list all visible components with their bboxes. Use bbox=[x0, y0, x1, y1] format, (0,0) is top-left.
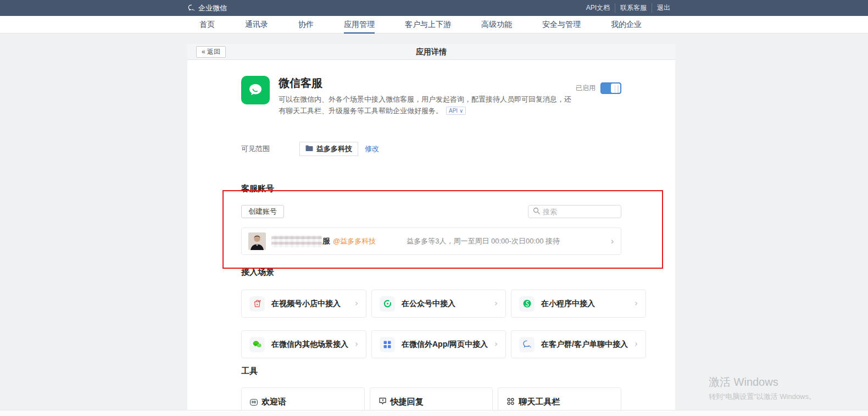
nav-item-app-management[interactable]: 应用管理 bbox=[344, 16, 375, 34]
scene-label: 在客户群/客户单聊中接入 bbox=[541, 340, 628, 350]
nav-item-security[interactable]: 安全与管理 bbox=[542, 16, 581, 34]
account-info: 益多多等3人，周一至周日 00:00-次日00:00 接待 bbox=[407, 236, 560, 246]
contact-support-link[interactable]: 联系客服 bbox=[615, 3, 652, 13]
app-detail-panel: « 返回 应用详情 微信客服 可以在微信内、外各个场景中接入微信客服，用户发起咨… bbox=[187, 44, 675, 416]
enabled-toggle[interactable] bbox=[600, 82, 621, 94]
wecom-logo-icon bbox=[187, 4, 196, 12]
nav-item-customers[interactable]: 客户与上下游 bbox=[405, 16, 451, 34]
scene-card-video-shop[interactable]: 在视频号小店中接入 › bbox=[241, 290, 366, 318]
nav-item-home[interactable]: 首页 bbox=[199, 16, 215, 34]
edit-range-link[interactable]: 修改 bbox=[365, 144, 379, 154]
video-shop-icon bbox=[249, 296, 265, 312]
scene-card-wechat-other[interactable]: 在微信内其他场景接入 › bbox=[241, 330, 366, 358]
scene-card-external-app[interactable]: 在微信外App/网页中接入 › bbox=[371, 330, 506, 358]
brand: 企业微信 bbox=[187, 3, 227, 13]
tool-title: 快捷回复 bbox=[391, 397, 424, 407]
chevron-right-icon: › bbox=[610, 237, 614, 246]
api-tag[interactable]: API ∨ bbox=[446, 107, 466, 115]
search-icon bbox=[533, 207, 540, 217]
visible-range-label: 可见范围 bbox=[241, 144, 299, 154]
scene-label: 在微信外App/网页中接入 bbox=[402, 340, 488, 350]
app-description-text: 可以在微信内、外各个场景中接入微信客服，用户发起咨询，配置接待人员即可回复消息，… bbox=[279, 95, 571, 115]
wechat-icon bbox=[249, 337, 265, 352]
api-tag-label: API bbox=[449, 108, 458, 114]
status-label: 已启用 bbox=[576, 84, 596, 93]
visible-range-text: 益多多科技 bbox=[316, 144, 352, 154]
scene-label: 在小程序中接入 bbox=[541, 299, 595, 309]
tool-title: 聊天工具栏 bbox=[519, 397, 560, 407]
logout-link[interactable]: 退出 bbox=[652, 3, 675, 13]
app-name: 微信客服 bbox=[279, 76, 578, 91]
toolbar-icon bbox=[507, 397, 515, 407]
nav-item-contacts[interactable]: 通讯录 bbox=[245, 16, 268, 34]
topbar: 企业微信 API文档 联系客服 退出 bbox=[0, 0, 868, 16]
miniprogram-icon bbox=[519, 296, 535, 312]
chevron-right-icon: › bbox=[635, 340, 638, 348]
tools-section-title: 工具 bbox=[241, 366, 621, 376]
nav-item-my-company[interactable]: 我的企业 bbox=[611, 16, 642, 34]
scene-card-customer-chat[interactable]: 在客户群/客户单聊中接入 › bbox=[511, 330, 646, 358]
scene-label: 在微信内其他场景接入 bbox=[271, 340, 348, 350]
panel-body: 微信客服 可以在微信内、外各个场景中接入微信客服，用户发起咨询，配置接待人员即可… bbox=[187, 60, 675, 416]
avatar bbox=[248, 232, 266, 250]
wecom-chat-icon bbox=[519, 337, 535, 352]
watermark-line1: 激活 Windows bbox=[709, 375, 816, 390]
welcome-icon: Hi bbox=[250, 399, 258, 406]
account-controls: 创建账号 bbox=[241, 205, 621, 218]
search-box bbox=[528, 205, 621, 218]
app-grid-icon bbox=[380, 337, 395, 352]
search-input[interactable] bbox=[543, 208, 616, 216]
chevron-right-icon: › bbox=[635, 299, 638, 308]
scene-section-title: 接入场景 bbox=[241, 267, 621, 278]
api-docs-link[interactable]: API文档 bbox=[581, 3, 615, 13]
page-title: 应用详情 bbox=[187, 44, 675, 60]
tool-title: 欢迎语 bbox=[261, 397, 286, 407]
official-account-icon bbox=[380, 296, 395, 312]
watermark-line2: 转到“电脑设置”以激活 Windows。 bbox=[709, 392, 816, 402]
redacted-name bbox=[271, 235, 322, 247]
quick-reply-icon bbox=[379, 397, 387, 407]
nav-item-advanced[interactable]: 高级功能 bbox=[481, 16, 512, 34]
chevron-right-icon: › bbox=[355, 340, 358, 348]
nav-item-collaboration[interactable]: 协作 bbox=[298, 16, 314, 34]
chevron-right-icon: › bbox=[494, 299, 498, 308]
visible-range-value: 益多多科技 bbox=[299, 142, 358, 156]
account-section-title: 客服账号 bbox=[241, 184, 621, 194]
toggle-knob bbox=[611, 84, 620, 93]
wechat-kf-app-icon bbox=[241, 76, 270, 104]
folder-icon bbox=[305, 145, 313, 153]
caret-down-icon: ∨ bbox=[459, 108, 463, 114]
scene-card-official-account[interactable]: 在公众号中接入 › bbox=[371, 290, 506, 318]
topbar-links: API文档 联系客服 退出 bbox=[581, 3, 675, 13]
account-name-suffix: 服 bbox=[322, 236, 330, 246]
visible-range-row: 可见范围 益多多科技 修改 bbox=[241, 142, 621, 156]
create-account-button[interactable]: 创建账号 bbox=[241, 205, 284, 218]
chevron-right-icon: › bbox=[355, 299, 358, 308]
back-button[interactable]: « 返回 bbox=[196, 46, 226, 58]
scene-label: 在公众号中接入 bbox=[402, 299, 455, 309]
windows-activation-watermark: 激活 Windows 转到“电脑设置”以激活 Windows。 bbox=[709, 375, 816, 402]
brand-name: 企业微信 bbox=[198, 3, 227, 13]
app-description: 可以在微信内、外各个场景中接入微信客服，用户发起咨询，配置接待人员即可回复消息，… bbox=[279, 93, 578, 117]
horizontal-scrollbar[interactable] bbox=[0, 410, 868, 416]
account-mention: @益多多科技 bbox=[333, 236, 376, 246]
panel-header: « 返回 应用详情 bbox=[187, 44, 675, 60]
scene-grid: 在视频号小店中接入 › 在公众号中接入 › 在小程序中接入 › bbox=[241, 290, 621, 358]
account-row[interactable]: 服 @益多多科技 益多多等3人，周一至周日 00:00-次日00:00 接待 › bbox=[241, 228, 621, 255]
scene-card-miniprogram[interactable]: 在小程序中接入 › bbox=[511, 290, 646, 318]
chevron-right-icon: › bbox=[494, 340, 498, 348]
app-info-section: 微信客服 可以在微信内、外各个场景中接入微信客服，用户发起咨询，配置接待人员即可… bbox=[241, 76, 621, 117]
main-nav: 首页 通讯录 协作 应用管理 客户与上下游 高级功能 安全与管理 我的企业 bbox=[0, 16, 868, 34]
scene-label: 在视频号小店中接入 bbox=[271, 299, 341, 309]
